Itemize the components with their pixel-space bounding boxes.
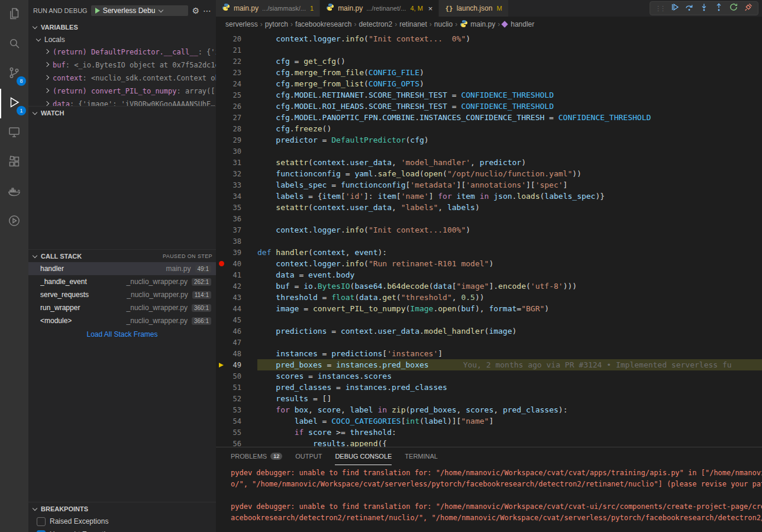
breakpoint-row[interactable]: Raised Exceptions [28,515,216,528]
breakpoints-section-header[interactable]: BREAKPOINTS [28,502,216,515]
code-text: pred_classes = instances.pred_classes [257,382,762,393]
code-line-35[interactable]: 35 setattr(context.user_data, "labels", … [216,202,762,213]
load-all-stack-frames-link[interactable]: Load All Stack Frames [28,327,216,341]
scope-locals[interactable]: Locals [28,34,216,46]
start-debugging-icon[interactable] [95,8,100,14]
panel-tab-output[interactable]: OUTPUT [295,447,322,465]
call-stack-section-header[interactable]: CALL STACK PAUSED ON STEP [28,249,216,262]
code-line-33[interactable]: 33 labels_spec = functionconfig['metadat… [216,179,762,191]
variable-row[interactable]: context: <nuclio_sdk.context.Context obj… [28,72,216,85]
code-line-52[interactable]: 52 results = [] [216,393,762,404]
breadcrumb-item-handler[interactable]: handler [502,20,534,28]
code-line-21[interactable]: 21 [216,44,762,56]
code-line-28[interactable]: 28 cfg.freeze() [216,123,762,134]
breakpoint-checkbox[interactable]: ✓ [37,530,46,532]
breadcrumb-item-serverless[interactable]: serverless [225,20,258,28]
current-line-glyph[interactable] [216,363,227,367]
activity-item-source-control[interactable]: 8 [0,59,28,89]
continue-button[interactable] [670,2,679,14]
code-line-36[interactable]: 36 [216,213,762,224]
activity-item-remote-explorer[interactable] [0,118,28,148]
step-over-button[interactable] [684,2,694,14]
code-line-27[interactable]: 27 cfg.MODEL.PANOPTIC_FPN.COMBINE.INSTAN… [216,112,762,123]
toolbar-drag-handle[interactable]: ⋮⋮ [655,5,664,12]
code-line-37[interactable]: 37 context.logger.info("Init context...1… [216,224,762,236]
variable-row[interactable]: data: {'image': 'iVBORw0KGgoAAAANSUhE… [28,98,216,106]
activity-item-run-and-debug[interactable]: 1 [0,89,28,118]
code-line-41[interactable]: 41 data = event.body [216,269,762,280]
breadcrumb-item-nuclio[interactable]: nuclio [434,20,453,28]
breadcrumb-item-detectron2[interactable]: detectron2 [359,20,392,28]
variable-row[interactable]: (return) DefaultPredictor.__call__: {'in… [28,46,216,59]
code-line-23[interactable]: 23 cfg.merge_from_file(CONFIG_FILE) [216,67,762,78]
activity-item-explorer[interactable] [0,0,28,30]
code-line-26[interactable]: 26 cfg.MODEL.ROI_HEADS.SCORE_THRESH_TEST… [216,101,762,112]
code-line-31[interactable]: 31 setattr(context.user_data, 'model_han… [216,157,762,168]
code-line-47[interactable]: 47 [216,337,762,348]
panel-tab-problems[interactable]: PROBLEMS12 [231,447,282,465]
close-icon[interactable]: × [428,4,433,13]
step-into-button[interactable] [699,2,709,14]
panel-tab-terminal[interactable]: TERMINAL [405,447,438,465]
code-editor[interactable]: 20 context.logger.info("Init context... … [216,32,762,447]
activity-item-search[interactable] [0,30,28,59]
tab-main.py-1[interactable]: main.py.../retinanet/...4, M× [320,0,439,17]
more-actions-icon[interactable]: ⋯ [203,6,211,15]
stack-frame-row[interactable]: run_wrapper_nuclio_wrapper.py360:1 [28,301,216,314]
breakpoint-checkbox[interactable] [37,517,46,526]
code-line-24[interactable]: 24 cfg.merge_from_list(CONFIG_OPTS) [216,78,762,89]
breadcrumb-item-pytorch[interactable]: pytorch [265,20,288,28]
code-line-39[interactable]: 39def handler(context, event): [216,247,762,258]
code-line-55[interactable]: 55 if score >= threshold: [216,427,762,438]
variable-row[interactable]: (return) convert_PIL_to_numpy: array([[[… [28,85,216,98]
stack-frame-row[interactable]: serve_requests_nuclio_wrapper.py114:1 [28,288,216,301]
breadcrumb-item-retinanet[interactable]: retinanet [399,20,427,28]
code-line-25[interactable]: 25 cfg.MODEL.RETINANET.SCORE_THRESH_TEST… [216,89,762,101]
code-text: scores = instances.scores [257,370,762,382]
gear-icon[interactable]: ⚙ [192,6,199,15]
code-line-54[interactable]: 54 label = COCO_CATEGORIES[int(label)]["… [216,415,762,427]
code-line-20[interactable]: 20 context.logger.info("Init context... … [216,33,762,44]
code-line-56[interactable]: 56 results.append({ [216,438,762,447]
tab-launch.json-2[interactable]: {}launch.jsonM [439,0,508,17]
code-line-34[interactable]: 34 labels = {item['id']: item['name'] fo… [216,191,762,202]
breadcrumb-item-main.py[interactable]: main.py [460,20,495,30]
variable-row[interactable]: buf: <_io.BytesIO object at 0x7f5a2dc1ec… [28,59,216,72]
activity-item-run-circle[interactable] [0,207,28,237]
code-line-43[interactable]: 43 threshold = float(data.get("threshold… [216,292,762,303]
breadcrumb-item-facebookresearch[interactable]: facebookresearch [295,20,351,28]
restart-button[interactable] [729,2,738,14]
code-line-38[interactable]: 38 [216,236,762,247]
tab-main.py-0[interactable]: main.py.../siammask/...1 [216,0,320,17]
stack-frame-row[interactable]: <module>_nuclio_wrapper.py366:1 [28,314,216,327]
watch-section-header[interactable]: WATCH [28,106,216,119]
code-line-51[interactable]: 51 pred_classes = instances.pred_classes [216,382,762,393]
breakpoint-row[interactable]: ✓Uncaught Exceptions [28,528,216,532]
panel-tab-debug-console[interactable]: DEBUG CONSOLE [335,447,392,465]
code-line-29[interactable]: 29 predictor = DefaultPredictor(cfg) [216,134,762,146]
code-line-50[interactable]: 50 scores = instances.scores [216,370,762,382]
disconnect-button[interactable] [744,2,753,14]
code-line-30[interactable]: 30 [216,146,762,157]
code-line-53[interactable]: 53 for box, score, label in zip(pred_box… [216,404,762,415]
stack-frame-row[interactable]: _handle_event_nuclio_wrapper.py262:1 [28,275,216,288]
variables-section-header[interactable]: VARIABLES [28,21,216,34]
activity-item-docker[interactable] [0,178,28,207]
line-number: 53 [227,406,241,414]
code-line-22[interactable]: 22 cfg = get_cfg() [216,56,762,67]
step-out-button[interactable] [714,2,724,14]
launch-config-select[interactable]: Serverless Debu [91,5,189,16]
code-line-49[interactable]: 49 pred_boxes = instances.pred_boxesYou,… [216,359,762,370]
code-line-45[interactable]: 45 [216,314,762,325]
code-line-44[interactable]: 44 image = convert_PIL_to_numpy(Image.op… [216,303,762,314]
code-line-40[interactable]: 40 context.logger.info("Run retinanet-R1… [216,258,762,269]
breakpoint-glyph[interactable] [216,261,227,266]
activity-item-extensions[interactable] [0,148,28,178]
code-line-48[interactable]: 48 instances = predictions['instances'] [216,348,762,359]
code-line-46[interactable]: 46 predictions = context.user_data.model… [216,325,762,337]
debug-console-output[interactable]: pydev debugger: unable to find translati… [216,465,762,532]
stack-frame-row[interactable]: handlermain.py49:1 [28,262,216,275]
code-text: pred_boxes = instances.pred_boxesYou, 2 … [257,359,762,370]
code-line-42[interactable]: 42 buf = io.BytesIO(base64.b64decode(dat… [216,280,762,292]
code-line-32[interactable]: 32 functionconfig = yaml.safe_load(open(… [216,168,762,179]
